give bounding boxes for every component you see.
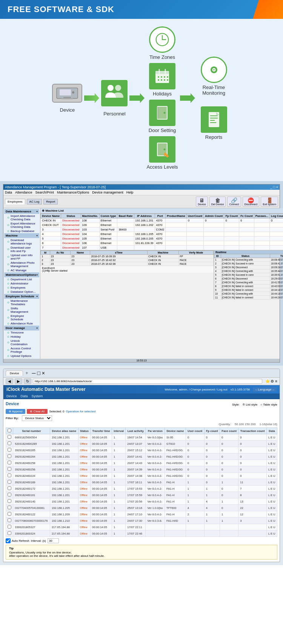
refresh-btn[interactable]: ↻ — [24, 378, 31, 384]
sidebar-download-user[interactable]: Download user info and Fp — [4, 246, 39, 253]
wh-checkbox[interactable] — [6, 428, 13, 434]
sidebar-timetable[interactable]: Maintenance Timetables — [4, 299, 39, 306]
wh-user[interactable]: User count — [186, 428, 204, 434]
row-checkbox[interactable] — [8, 473, 11, 477]
row-checkbox[interactable] — [8, 506, 11, 509]
machine-row[interactable]: 7Disconnected107USB3204 — [41, 246, 283, 250]
exit-button[interactable]: 🚪Exit system — [261, 197, 278, 207]
sidebar-machine[interactable]: Machine « — [4, 233, 39, 238]
sidebar-door[interactable]: Door manage « — [4, 326, 39, 330]
sidebar-db[interactable]: Database Option... — [4, 290, 39, 294]
web-device-row[interactable]: OGT70800060703000176192.168.1.210Offline… — [6, 518, 277, 524]
menu-search[interactable]: Search/Print — [35, 191, 54, 194]
connect-button[interactable]: 🔗Connect — [227, 197, 241, 207]
row-checkbox[interactable] — [8, 531, 11, 535]
menu-help[interactable]: Help — [126, 191, 134, 194]
row-checkbox[interactable] — [8, 435, 11, 439]
row-checkbox[interactable] — [8, 525, 11, 529]
maximize-btn[interactable]: □ — [37, 370, 40, 376]
wh-transfer[interactable]: Transfer time — [91, 428, 112, 434]
filter-select[interactable]: Device Status — [22, 415, 52, 421]
app-tabs[interactable]: Employees AC Log Report 🖥Device 🗑Del Dev… — [3, 195, 280, 208]
table-style-option[interactable]: ○ Table style — [260, 403, 277, 406]
sidebar-ac[interactable]: AC Manage — [4, 268, 39, 272]
add-tab-button[interactable]: + — [24, 370, 29, 376]
device-button[interactable]: 🖥Device — [196, 197, 208, 207]
wh-status[interactable]: Status — [78, 428, 90, 434]
web-device-row[interactable]: 3929182460172192.168.1.201Offline00:00:1… — [6, 486, 277, 492]
append-btn[interactable]: ⊕ Append — [6, 409, 25, 414]
back-btn[interactable]: ◀ — [6, 378, 13, 384]
nav-data[interactable]: Data — [21, 394, 28, 398]
wh-trans[interactable]: Transaction count — [238, 428, 267, 434]
web-device-row[interactable]: 3929182460122192.168.1.209Offline00:00:1… — [6, 511, 277, 518]
col-pass[interactable]: Passwo... — [254, 214, 269, 218]
menu-maintenance[interactable]: Maintenance/Options — [57, 191, 89, 194]
wh-alias[interactable]: Device alias name — [50, 428, 78, 434]
web-device-row[interactable]: 3399201800324217.65.194.88Offline00:00:1… — [6, 530, 277, 537]
web-device-row[interactable]: 3929182460258192.168.1.201Offline00:00:1… — [6, 460, 277, 466]
col-baud[interactable]: Baud Rate — [117, 214, 134, 218]
tab-report[interactable]: Report — [43, 199, 58, 204]
sidebar-upload-options[interactable]: Upload Options — [4, 354, 39, 358]
web-device-row[interactable]: 3929182460264192.168.1.201Offline00:00:1… — [6, 453, 277, 460]
tab-employees[interactable]: Employees — [5, 199, 25, 204]
row-checkbox[interactable] — [8, 518, 11, 522]
col-ip[interactable]: IP Address — [134, 214, 155, 218]
nav-device[interactable]: Device — [6, 394, 17, 398]
tab-area[interactable]: Device + — [6, 370, 29, 376]
web-device-row[interactable]: 3929182460265192.168.1.201Offline00:00:1… — [6, 447, 277, 453]
row-checkbox[interactable] — [8, 512, 11, 516]
web-device-row[interactable]: OGT704005704130081192.168.1.205Offline00… — [6, 505, 277, 511]
row-checkbox[interactable] — [8, 454, 11, 458]
col-machineno[interactable]: MachineNo. — [81, 214, 99, 218]
sidebar-employees[interactable]: Employees — [4, 286, 39, 290]
menu-device[interactable]: Device management — [92, 191, 123, 194]
web-device-row[interactable]: 3929182460189192.168.1.201Offline00:00:1… — [6, 479, 277, 486]
sidebar-holiday[interactable]: Holiday — [4, 335, 39, 339]
disconnect-button[interactable]: ⛔Disconnect — [243, 197, 260, 207]
language-btn[interactable]: -- Language -- — [253, 387, 277, 392]
machine-row[interactable]: CHECK OUTDisconnected109Ethernet192.168.… — [41, 223, 283, 227]
sidebar-backup[interactable]: Backup Database — [4, 229, 39, 233]
col-device-name[interactable]: Device Name — [41, 214, 61, 218]
web-device-row[interactable]: 52031824600285192.168.1.201Offline00:00:… — [6, 441, 277, 447]
col-fc[interactable]: Fc Count — [239, 214, 254, 218]
wh-fw[interactable]: Fw version — [146, 428, 165, 434]
url-bar[interactable] — [33, 379, 262, 384]
wh-data[interactable]: Data — [267, 428, 277, 434]
app-menubar[interactable]: Data Attendance Search/Print Maintenance… — [3, 190, 280, 195]
sidebar-unlock[interactable]: Unlock Combination — [4, 339, 39, 346]
col-log[interactable]: Log Count — [269, 214, 283, 218]
machine-row[interactable]: 4Disconnected104Ethernet192.168.1.205437… — [41, 232, 283, 237]
sidebar-admin[interactable]: Administrator — [4, 281, 39, 286]
operation-link[interactable]: Operation for selected — [66, 410, 95, 413]
log-row[interactable]: 323232018-07-25 16:42:36CHECK INFACE — [41, 262, 214, 266]
row-checkbox[interactable] — [8, 441, 11, 445]
row-checkbox[interactable] — [8, 480, 11, 484]
sidebar-export[interactable]: Export Attendance Checking Data — [4, 221, 39, 229]
web-device-row[interactable]: 66691825600504192.168.1.201Offline00:00:… — [6, 434, 277, 441]
web-device-row[interactable]: 3929182460224192.168.1.201Offline00:00:1… — [6, 473, 277, 479]
row-checkbox[interactable] — [8, 493, 11, 496]
machine-row[interactable]: 6Disconnected106Ethernet101.81.228.39437… — [41, 241, 283, 246]
browser-tab-device[interactable]: Device — [6, 370, 23, 376]
row-checkbox[interactable] — [8, 467, 11, 471]
row-checkbox[interactable] — [8, 486, 11, 490]
sidebar-shifts[interactable]: Shifts Management — [4, 306, 39, 314]
col-comm[interactable]: Comm type — [99, 214, 117, 218]
sidebar-dept[interactable]: Department List — [4, 277, 39, 281]
col-user[interactable]: UserCount — [186, 214, 203, 218]
row-checkbox[interactable] — [8, 448, 11, 452]
sidebar-timezone[interactable]: Timezone — [4, 330, 39, 335]
list-style-option[interactable]: ® List style — [243, 403, 257, 406]
sidebar-download-logs[interactable]: Download attendance logs — [4, 238, 39, 246]
wh-activity[interactable]: Last activity — [126, 428, 146, 434]
col-status[interactable]: Status — [61, 214, 81, 218]
menu-attendance[interactable]: Attendance — [15, 191, 32, 194]
wh-serial[interactable]: Serial number — [13, 428, 50, 434]
nav-system[interactable]: System — [32, 394, 43, 398]
col-admin[interactable]: Admin Count — [204, 214, 224, 218]
machine-row[interactable]: CHECK INDisconnected108Ethernet192.168.1… — [41, 218, 283, 223]
sidebar-attendance-rule[interactable]: Attendance Rule — [4, 321, 39, 326]
